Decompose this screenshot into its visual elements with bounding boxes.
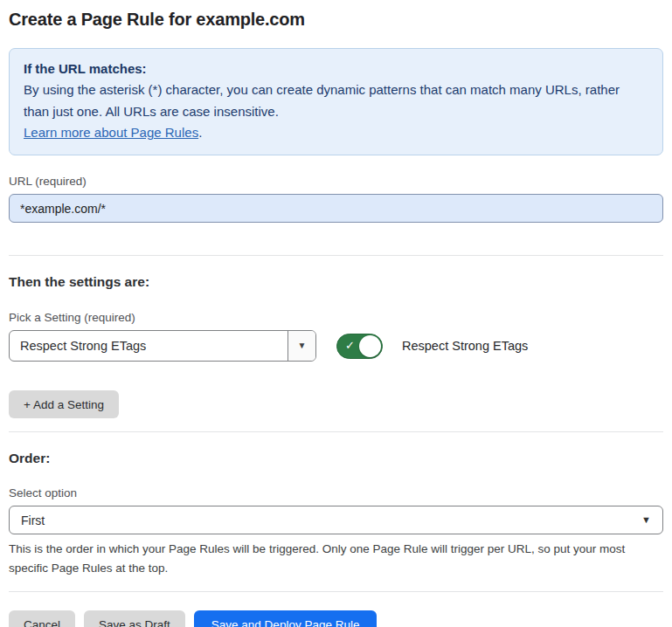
setting-select-arrow-segment[interactable]: ▼ xyxy=(288,331,315,361)
toggle-label: Respect Strong ETags xyxy=(402,339,528,353)
create-page-rule-form: Create a Page Rule for example.com If th… xyxy=(0,0,672,627)
order-select-value: First xyxy=(21,513,641,527)
setting-select[interactable]: Respect Strong ETags ▼ xyxy=(9,330,316,362)
setting-select-value: Respect Strong ETags xyxy=(10,331,288,361)
check-icon: ✓ xyxy=(345,340,355,351)
url-match-info-box: If the URL matches: By using the asteris… xyxy=(9,48,663,155)
cancel-button[interactable]: Cancel xyxy=(9,610,75,627)
setting-row: Respect Strong ETags ▼ ✓ Respect Strong … xyxy=(9,330,663,362)
order-help-text: This is the order in which your Page Rul… xyxy=(9,540,663,577)
footer-divider xyxy=(9,591,663,592)
section-divider xyxy=(9,431,663,432)
footer-button-row: Cancel Save as Draft Save and Deploy Pag… xyxy=(9,610,663,627)
learn-more-link[interactable]: Learn more about Page Rules xyxy=(24,125,198,140)
order-select-label: Select option xyxy=(9,486,663,500)
save-draft-button[interactable]: Save as Draft xyxy=(84,610,185,627)
settings-section-heading: Then the settings are: xyxy=(9,274,663,290)
section-divider xyxy=(9,255,663,256)
url-input[interactable] xyxy=(9,194,663,223)
link-suffix: . xyxy=(198,125,202,140)
info-box-link-line: Learn more about Page Rules. xyxy=(24,122,648,143)
order-section-heading: Order: xyxy=(9,451,663,466)
page-title: Create a Page Rule for example.com xyxy=(9,10,663,30)
chevron-down-icon: ▼ xyxy=(641,515,651,525)
add-setting-button[interactable]: + Add a Setting xyxy=(9,390,119,418)
chevron-down-icon: ▼ xyxy=(298,341,307,350)
info-box-heading: If the URL matches: xyxy=(24,59,648,79)
url-field-label: URL (required) xyxy=(9,175,663,188)
etags-toggle[interactable]: ✓ xyxy=(336,334,383,359)
order-select[interactable]: First ▼ xyxy=(9,506,663,534)
save-deploy-button[interactable]: Save and Deploy Page Rule xyxy=(194,610,378,627)
pick-setting-label: Pick a Setting (required) xyxy=(9,311,663,324)
info-box-body: By using the asterisk (*) character, you… xyxy=(24,79,648,122)
toggle-knob xyxy=(359,335,381,357)
